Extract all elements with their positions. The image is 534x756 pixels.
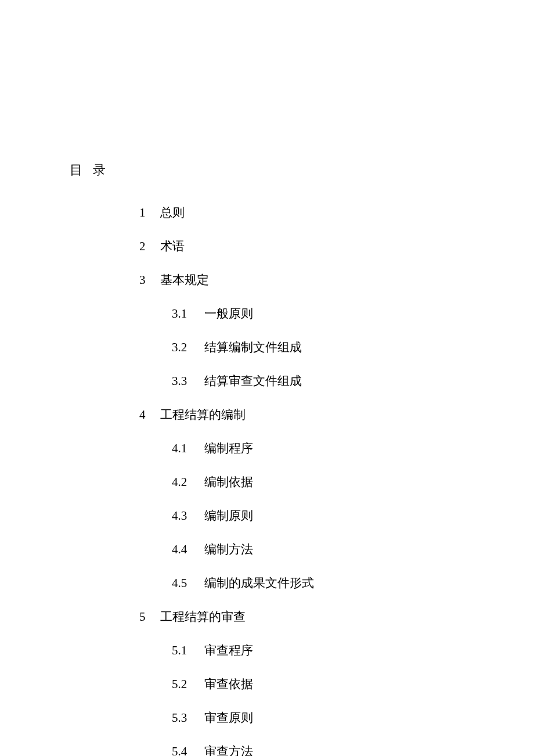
toc-item-number: 5.3 <box>172 711 204 725</box>
toc-subitem: 4.2 编制依据 <box>172 474 314 490</box>
toc-item-title: 编制依据 <box>204 474 253 490</box>
toc-item-title: 结算编制文件组成 <box>204 339 302 355</box>
toc-subitem: 3.3 结算审查文件组成 <box>172 373 314 389</box>
toc-item-number: 4.4 <box>172 542 204 557</box>
toc-subitem: 4.1 编制程序 <box>172 440 314 456</box>
toc-item-number: 3 <box>139 273 160 287</box>
toc-item-title: 结算审查文件组成 <box>204 373 302 389</box>
toc-item-number: 3.2 <box>172 340 204 355</box>
toc-item-number: 4 <box>139 408 160 422</box>
toc-item-title: 编制方法 <box>204 541 253 557</box>
toc-item-title: 工程结算的审查 <box>160 609 246 625</box>
toc-subitem: 5.3 审查原则 <box>172 710 314 726</box>
toc-item: 4 工程结算的编制 <box>139 406 314 423</box>
toc-item-number: 5.4 <box>172 744 204 756</box>
toc-item-number: 3.3 <box>172 374 204 388</box>
toc-item-number: 5.1 <box>172 643 204 658</box>
toc-subitem: 5.2 审查依据 <box>172 676 314 692</box>
toc-item-title: 基本规定 <box>160 272 209 288</box>
toc-item-title: 审查依据 <box>204 676 253 692</box>
toc-item-title: 审查程序 <box>204 642 253 658</box>
toc-subitem: 4.5 编制的成果文件形式 <box>172 575 314 591</box>
toc-item-number: 4.5 <box>172 576 204 591</box>
toc-item-title: 编制的成果文件形式 <box>204 575 314 591</box>
toc-subitem: 5.4 审查方法 <box>172 743 314 756</box>
toc-item: 2 术语 <box>139 238 314 254</box>
toc-item-number: 1 <box>139 206 160 220</box>
toc-subitem: 5.1 审查程序 <box>172 642 314 658</box>
toc-subitem: 4.4 编制方法 <box>172 541 314 557</box>
toc-item-number: 4.2 <box>172 475 204 489</box>
toc-item: 5 工程结算的审查 <box>139 609 314 625</box>
toc-item-title: 工程结算的编制 <box>160 406 246 423</box>
toc-item-number: 2 <box>139 239 160 254</box>
toc-item-number: 4.3 <box>172 509 204 523</box>
toc-item-title: 审查方法 <box>204 743 253 756</box>
toc-item-number: 4.1 <box>172 441 204 456</box>
toc-list: 1 总则 2 术语 3 基本规定 3.1 一般原则 3.2 结算编制文件组成 3… <box>139 204 314 756</box>
toc-item-number: 3.1 <box>172 307 204 321</box>
toc-item: 3 基本规定 <box>139 272 314 288</box>
toc-subitem: 4.3 编制原则 <box>172 507 314 524</box>
toc-item-title: 审查原则 <box>204 710 253 726</box>
toc-subitem: 3.1 一般原则 <box>172 305 314 322</box>
toc-item-title: 一般原则 <box>204 305 253 322</box>
toc-item-number: 5.2 <box>172 677 204 692</box>
toc-item: 1 总则 <box>139 204 314 221</box>
toc-subitem: 3.2 结算编制文件组成 <box>172 339 314 355</box>
toc-item-title: 总则 <box>160 204 185 221</box>
toc-item-title: 术语 <box>160 238 185 254</box>
toc-item-title: 编制程序 <box>204 440 253 456</box>
toc-heading: 目 录 <box>70 161 109 179</box>
toc-item-number: 5 <box>139 610 160 624</box>
toc-item-title: 编制原则 <box>204 507 253 524</box>
